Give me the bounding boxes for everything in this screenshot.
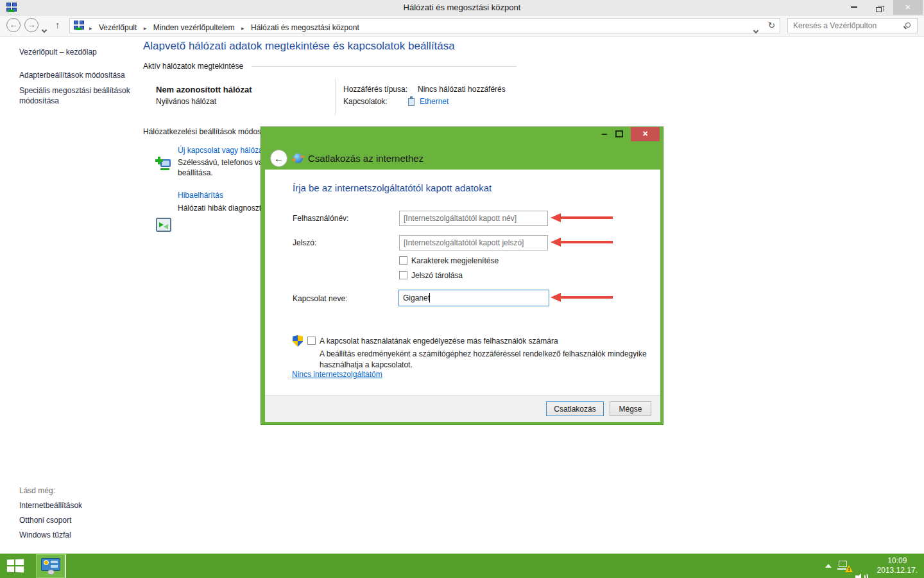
navigation-toolbar: ← → ↑ ▸ Vezérlőpult ▸ Minden vezérlőpult…	[0, 16, 924, 37]
search-input[interactable]	[793, 20, 899, 31]
chevron-down-icon	[753, 28, 758, 33]
allow-others-checkbox[interactable]	[307, 337, 316, 345]
see-also-header: Lásd még:	[19, 486, 55, 495]
location-icon	[74, 21, 84, 31]
column-divider	[335, 78, 336, 116]
search-box	[787, 18, 918, 33]
start-button[interactable]	[6, 559, 24, 572]
see-also-internet-options[interactable]: Internetbeállítások	[19, 501, 82, 510]
minimize-icon	[851, 6, 857, 8]
forward-icon: →	[28, 20, 36, 30]
breadcrumb-item-all-items[interactable]: Minden vezérlőpultelem	[152, 23, 236, 32]
taskbar: ! 10:09 2013.12.17.	[0, 554, 924, 578]
dialog-title: Csatlakozás az internethez	[308, 153, 424, 164]
see-also-homegroup[interactable]: Otthoni csoport	[19, 516, 71, 525]
windows-logo-icon	[7, 559, 24, 573]
taskbar-item-control-panel[interactable]	[36, 554, 66, 578]
address-bar[interactable]: ▸ Vezérlőpult ▸ Minden vezérlőpultelem ▸…	[69, 18, 780, 33]
access-type-value: Nincs hálózati hozzáférés	[418, 85, 506, 94]
search-icon[interactable]	[905, 22, 911, 28]
desktop: Hálózati és megosztási központ × ← → ↑ ▸…	[0, 0, 924, 578]
task-troubleshoot-link[interactable]: Hibaelhárítás	[178, 191, 223, 200]
dialog-heading: Írja be az internetszolgáltatótól kapott…	[293, 182, 492, 193]
address-dropdown-button[interactable]	[754, 24, 758, 35]
remember-password-checkbox[interactable]	[399, 271, 407, 279]
taskbar-clock[interactable]: 10:09 2013.12.17.	[877, 556, 918, 575]
dialog-close-button[interactable]: ×	[631, 127, 660, 141]
back-icon: ←	[10, 20, 18, 30]
ethernet-link[interactable]: Ethernet	[420, 97, 449, 106]
title-bar: Hálózati és megosztási központ ×	[0, 0, 924, 16]
restore-icon	[876, 7, 882, 12]
page-title: Alapvető hálózati adatok megtekintése és…	[143, 40, 455, 53]
sidebar-item-adapter-settings[interactable]: Adapterbeállítások módosítása	[19, 71, 125, 80]
clock-time: 10:09	[877, 556, 918, 566]
show-characters-label[interactable]: Karakterek megjelenítése	[411, 256, 499, 265]
up-icon: ↑	[55, 19, 60, 30]
connection-name-label: Kapcsolat neve:	[293, 294, 347, 303]
recent-pages-dropdown[interactable]	[42, 23, 46, 35]
annotation-arrow-username	[551, 213, 613, 222]
allow-others-desc2: használhatja a kapcsolatot.	[320, 360, 413, 369]
breadcrumb-item-network-center[interactable]: Hálózati és megosztási központ	[250, 23, 361, 32]
connect-internet-icon	[293, 153, 303, 163]
connection-name-field[interactable]	[398, 290, 549, 306]
connections-label: Kapcsolatok:	[343, 97, 388, 106]
network-type: Nyilvános hálózat	[156, 97, 216, 106]
breadcrumb-separator: ▸	[87, 25, 95, 31]
allow-others-label[interactable]: A kapcsolat használatának engedélyezése …	[320, 337, 558, 346]
show-hidden-icons-button[interactable]	[825, 564, 832, 568]
breadcrumb-separator: ▸	[141, 25, 150, 31]
clock-date: 2013.12.17.	[877, 566, 918, 575]
refresh-button[interactable]: ↻	[768, 21, 775, 30]
password-label: Jelszó:	[293, 238, 316, 247]
restore-button[interactable]	[868, 0, 889, 15]
volume-tray-icon[interactable]	[855, 572, 867, 578]
close-button[interactable]: ×	[893, 0, 923, 15]
section-header-change-settings: Hálózatkezelési beállítások módosítása	[143, 127, 278, 136]
window-title: Hálózati és megosztási központ	[0, 3, 924, 12]
refresh-icon: ↻	[768, 21, 775, 30]
breadcrumb-separator: ▸	[239, 25, 247, 31]
dialog-maximize-button[interactable]	[615, 130, 623, 137]
back-button[interactable]: ←	[6, 18, 21, 32]
annotation-arrow-connection-name	[551, 293, 613, 302]
allow-others-desc1: A beállítás eredményeként a számítógéphe…	[320, 349, 647, 358]
see-also-firewall[interactable]: Windows tűzfal	[19, 530, 71, 539]
up-button[interactable]: ↑	[55, 19, 60, 30]
sidebar-item-sharing-settings[interactable]: Speciális megosztási beállítások módosít…	[19, 85, 132, 106]
uac-shield-icon	[293, 335, 303, 347]
minimize-button[interactable]	[843, 0, 865, 15]
text-caret	[429, 293, 430, 302]
sidebar-item-home[interactable]: Vezérlőpult – kezdőlap	[19, 48, 97, 57]
dialog-minimize-button[interactable]: –	[597, 128, 612, 141]
forward-button[interactable]: →	[24, 18, 38, 32]
username-field[interactable]	[399, 211, 548, 226]
no-isp-link[interactable]: Nincs internetszolgáltatóm	[292, 370, 382, 379]
dialog-body: Írja be az internetszolgáltatótól kapott…	[265, 170, 660, 395]
username-label: Felhasználónév:	[293, 214, 348, 223]
annotation-arrow-password	[551, 238, 613, 247]
troubleshoot-icon	[156, 218, 171, 232]
network-status-tray-icon[interactable]: !	[837, 560, 851, 572]
ethernet-icon	[408, 98, 415, 106]
connect-internet-dialog: – × ← Csatlakozás az internethez Írja be…	[261, 127, 663, 425]
connect-button[interactable]: Csatlakozás	[546, 401, 604, 416]
dialog-back-button[interactable]: ←	[270, 150, 287, 167]
dialog-footer: Csatlakozás Mégse	[265, 395, 660, 422]
access-type-label: Hozzáférés típusa:	[343, 85, 407, 94]
section-header-active-networks: Aktív hálózatok megtekintése	[143, 62, 243, 71]
task-new-connection-desc2: beállítása.	[178, 168, 213, 177]
cancel-button[interactable]: Mégse	[610, 401, 651, 416]
network-name: Nem azonosított hálózat	[156, 85, 252, 94]
chevron-down-icon	[42, 28, 47, 33]
remember-password-label[interactable]: Jelszó tárolása	[411, 271, 463, 280]
section-divider	[252, 66, 517, 67]
show-characters-checkbox[interactable]	[399, 256, 407, 265]
password-field[interactable]	[399, 235, 548, 250]
breadcrumb-item-control-panel[interactable]: Vezérlőpult	[98, 23, 138, 32]
control-panel-icon	[41, 558, 60, 574]
new-connection-icon	[156, 157, 171, 172]
